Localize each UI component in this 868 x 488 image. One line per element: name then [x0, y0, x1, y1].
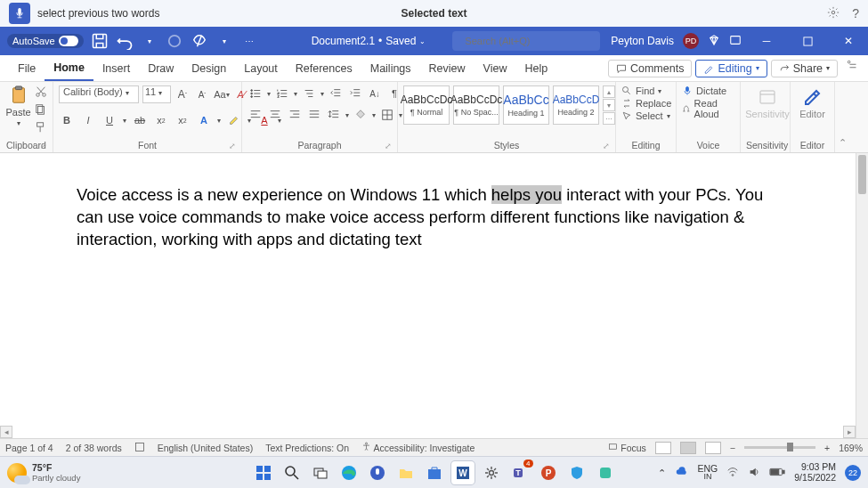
text-effects-icon[interactable]: A: [196, 112, 212, 128]
vertical-scrollbar[interactable]: [856, 153, 868, 438]
zoom-in-icon[interactable]: +: [824, 443, 830, 453]
close-button[interactable]: ✕: [832, 27, 864, 55]
wifi-icon[interactable]: [726, 466, 739, 480]
language-indicator[interactable]: ENGIN: [698, 464, 718, 482]
tab-review[interactable]: Review: [420, 55, 475, 81]
font-name-selector[interactable]: Calibri (Body) ▾: [59, 85, 139, 103]
store-icon[interactable]: [423, 461, 446, 484]
editing-mode-button[interactable]: Editing▾: [695, 60, 767, 77]
status-page[interactable]: Page 1 of 4: [5, 443, 53, 453]
voice-access-app-icon[interactable]: [366, 461, 389, 484]
voice-help-icon[interactable]: ?: [852, 6, 859, 21]
bold-icon[interactable]: B: [59, 112, 75, 128]
align-center-icon[interactable]: [267, 107, 283, 123]
style-normal[interactable]: AaBbCcDc¶ Normal: [403, 85, 450, 125]
undo-icon[interactable]: [116, 32, 134, 50]
comments-button[interactable]: Comments: [608, 60, 692, 77]
replace-button[interactable]: Replace: [621, 98, 671, 109]
format-painter-icon[interactable]: [35, 121, 47, 135]
save-icon[interactable]: [91, 32, 109, 50]
onedrive-icon[interactable]: [675, 465, 689, 481]
align-right-icon[interactable]: [287, 107, 303, 123]
tab-insert[interactable]: Insert: [93, 55, 139, 81]
share-button[interactable]: Share▾: [771, 60, 838, 77]
app-icon[interactable]: [594, 461, 617, 484]
paste-button[interactable]: Paste ▾: [5, 85, 31, 127]
undo-dropdown-icon[interactable]: ▾: [141, 32, 158, 50]
voice-mic-icon[interactable]: [9, 3, 30, 24]
shading-icon[interactable]: [353, 107, 369, 123]
increase-indent-icon[interactable]: [347, 85, 363, 102]
superscript-icon[interactable]: x2: [174, 112, 191, 128]
line-spacing-icon[interactable]: [326, 107, 342, 123]
status-accessibility[interactable]: Accessibility: Investigate: [361, 442, 475, 453]
sensitivity-button[interactable]: Sensitivity: [746, 85, 789, 119]
sort-icon[interactable]: A↓: [367, 85, 383, 102]
document-page[interactable]: Voice access is a new experience on Wind…: [0, 153, 856, 438]
read-aloud-button[interactable]: Read Aloud: [682, 98, 734, 119]
taskview-icon[interactable]: [309, 461, 332, 484]
status-words[interactable]: 2 of 38 words: [66, 443, 122, 453]
autosave-toggle[interactable]: AutoSave: [7, 34, 84, 48]
document-name[interactable]: Document2.1 • Saved ⌄: [312, 35, 426, 47]
underline-icon[interactable]: U: [101, 112, 118, 128]
subscript-icon[interactable]: x2: [153, 112, 169, 128]
settings-icon[interactable]: [480, 461, 503, 484]
status-predictions[interactable]: Text Predictions: On: [265, 443, 349, 453]
align-left-icon[interactable]: [247, 107, 264, 123]
search-input[interactable]: [465, 36, 588, 46]
hscroll-left-icon[interactable]: ◂: [0, 426, 12, 438]
volume-icon[interactable]: [748, 466, 760, 480]
status-spell-icon[interactable]: [134, 442, 145, 454]
tab-references[interactable]: References: [287, 55, 361, 81]
numbering-icon[interactable]: [274, 85, 290, 102]
status-focus[interactable]: Focus: [608, 442, 646, 453]
taskbar-search-icon[interactable]: [280, 461, 304, 484]
taskbar-clock[interactable]: 9:03 PM9/15/2022: [794, 462, 836, 483]
collapse-ribbon-icon[interactable]: ⌃: [835, 82, 849, 152]
maximize-button[interactable]: [791, 27, 823, 55]
view-print-icon[interactable]: [680, 442, 696, 454]
user-name[interactable]: Peyton Davis: [611, 35, 674, 47]
redo-icon[interactable]: [166, 32, 183, 50]
notifications-badge[interactable]: 22: [845, 465, 861, 481]
font-launcher-icon[interactable]: ⤢: [229, 142, 236, 150]
dictate-button[interactable]: Dictate: [682, 85, 734, 96]
styles-up-icon[interactable]: ▴: [603, 85, 615, 98]
taskbar-weather[interactable]: 75°F Partly cloudy: [7, 462, 80, 483]
decrease-indent-icon[interactable]: [328, 85, 344, 102]
borders-icon[interactable]: [379, 107, 395, 123]
zoom-out-icon[interactable]: −: [730, 443, 735, 453]
tab-mailings[interactable]: Mailings: [361, 55, 420, 81]
explorer-icon[interactable]: [394, 461, 418, 484]
style-heading-1[interactable]: AaBbCcHeading 1: [503, 85, 549, 125]
style-no-spacing[interactable]: AaBbCcDc¶ No Spac...: [453, 85, 499, 125]
style-heading-2[interactable]: AaBbCcDHeading 2: [553, 85, 599, 125]
security-icon[interactable]: [565, 461, 588, 484]
tab-file[interactable]: File: [9, 55, 45, 81]
multilevel-list-icon[interactable]: [301, 85, 317, 102]
tab-view[interactable]: View: [475, 55, 516, 81]
paragraph-launcher-icon[interactable]: ⤢: [385, 142, 392, 150]
hscroll-right-icon[interactable]: ▸: [843, 426, 856, 438]
tab-home[interactable]: Home: [45, 55, 93, 81]
mode-icon[interactable]: [729, 34, 742, 49]
shrink-font-icon[interactable]: Aˇ: [194, 86, 210, 102]
view-web-icon[interactable]: [705, 442, 721, 454]
diamond-icon[interactable]: [708, 34, 720, 49]
status-language[interactable]: English (United States): [158, 443, 253, 453]
justify-icon[interactable]: [306, 107, 322, 123]
tab-draw[interactable]: Draw: [139, 55, 183, 81]
italic-icon[interactable]: I: [80, 112, 96, 128]
tray-overflow-icon[interactable]: ⌃: [658, 468, 666, 478]
minimize-button[interactable]: ─: [750, 27, 783, 55]
styles-down-icon[interactable]: ▾: [603, 99, 615, 111]
bullets-icon[interactable]: [247, 85, 264, 102]
start-icon[interactable]: [252, 461, 275, 484]
tab-help[interactable]: Help: [515, 55, 556, 81]
qat-customize-icon[interactable]: ⋯: [240, 32, 258, 50]
teams-icon[interactable]: T4: [508, 461, 531, 484]
scrollbar-thumb[interactable]: [858, 155, 866, 194]
tab-design[interactable]: Design: [183, 55, 235, 81]
user-avatar[interactable]: PD: [683, 33, 699, 49]
